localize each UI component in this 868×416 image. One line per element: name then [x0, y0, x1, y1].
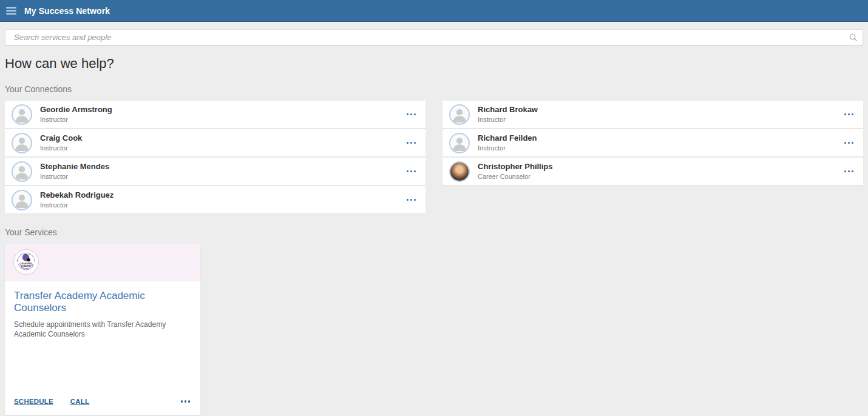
connections-column-left: Geordie Armstrong Instructor Craig Cook … — [5, 101, 426, 215]
person-avatar-icon — [12, 190, 32, 210]
hamburger-menu-icon[interactable] — [6, 7, 16, 15]
connection-role: Instructor — [40, 201, 114, 210]
more-options-button[interactable] — [180, 398, 192, 405]
service-description: Schedule appointments with Transfer Acad… — [14, 320, 191, 339]
connection-role: Instructor — [40, 173, 109, 181]
connection-role: Instructor — [40, 116, 112, 124]
connection-role: Instructor — [40, 144, 82, 153]
connection-role: Career Counselor — [478, 173, 553, 181]
connection-role: Instructor — [478, 144, 537, 153]
more-options-button[interactable] — [405, 196, 418, 204]
service-footer: SCHEDULE CALL — [5, 398, 200, 415]
connection-row-geordie-armstrong[interactable]: Geordie Armstrong Instructor — [5, 101, 426, 128]
connection-name: Richard Feilden — [478, 133, 537, 143]
person-avatar-icon — [12, 104, 32, 125]
page-title: My Success Network — [24, 6, 110, 16]
page-heading: How can we help? — [5, 56, 863, 72]
person-avatar-icon — [12, 133, 32, 153]
connection-row-christopher-phillips[interactable]: Christopher Phillips Career Counselor — [442, 158, 863, 185]
transfer-academy-logo-icon: TRANSFER ACADEMY COUNSELOR — [13, 249, 39, 275]
connections-column-right: Richard Brokaw Instructor Richard Feilde… — [442, 101, 863, 186]
connection-row-rebekah-rodriguez[interactable]: Rebekah Rodriguez Instructor — [5, 186, 426, 213]
connection-name: Richard Brokaw — [478, 105, 538, 115]
search-bar — [5, 29, 863, 45]
person-photo-avatar — [449, 161, 470, 182]
more-options-button[interactable] — [843, 168, 855, 175]
more-options-button[interactable] — [843, 111, 855, 118]
connection-name: Stephanie Mendes — [40, 162, 109, 172]
search-icon[interactable] — [849, 33, 857, 41]
connection-row-richard-brokaw[interactable]: Richard Brokaw Instructor — [442, 101, 863, 128]
connections-section-label: Your Connections — [5, 84, 863, 94]
person-avatar-icon — [449, 104, 470, 125]
search-input[interactable] — [5, 29, 863, 45]
service-card-transfer-academy: TRANSFER ACADEMY COUNSELOR Transfer Acad… — [5, 244, 200, 415]
service-logo-strip: TRANSFER ACADEMY COUNSELOR — [5, 244, 200, 281]
connection-row-richard-feilden[interactable]: Richard Feilden Instructor — [442, 129, 863, 156]
person-avatar-icon — [12, 161, 32, 182]
app-header: My Success Network — [0, 0, 868, 22]
person-avatar-icon — [449, 133, 470, 153]
service-title-link[interactable]: Transfer Academy Academic Counselors — [14, 290, 191, 314]
connection-row-stephanie-mendes[interactable]: Stephanie Mendes Instructor — [5, 158, 426, 185]
connection-name: Rebekah Rodriguez — [40, 190, 114, 200]
connection-name: Christopher Phillips — [478, 162, 553, 172]
connection-row-craig-cook[interactable]: Craig Cook Instructor — [5, 129, 426, 156]
schedule-link[interactable]: SCHEDULE — [14, 398, 53, 405]
connections-grid: Geordie Armstrong Instructor Craig Cook … — [5, 101, 863, 215]
more-options-button[interactable] — [843, 139, 855, 147]
services-section-label: Your Services — [5, 227, 863, 237]
more-options-button[interactable] — [405, 111, 418, 118]
connection-name: Geordie Armstrong — [40, 105, 112, 115]
call-link[interactable]: CALL — [70, 398, 89, 405]
more-options-button[interactable] — [405, 168, 418, 175]
more-options-button[interactable] — [405, 139, 418, 147]
connection-name: Craig Cook — [40, 133, 82, 143]
connection-role: Instructor — [478, 116, 538, 124]
